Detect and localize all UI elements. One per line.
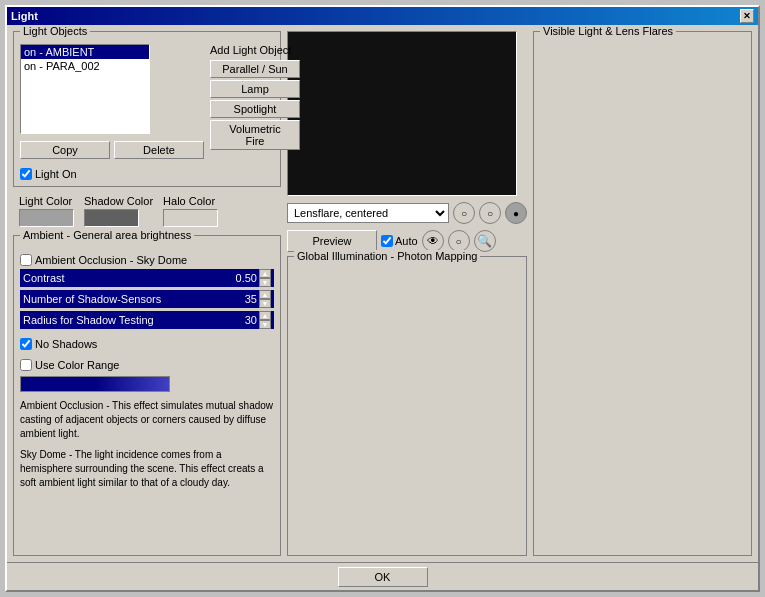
ambient-title: Ambient - General area brightness <box>20 229 194 241</box>
description1: Ambient Occlusion - This effect simulate… <box>20 399 274 441</box>
main-content: Light Objects on - AMBIENT on - PARA_002… <box>7 25 758 562</box>
global-illumination-title: Global Illumination - Photon Mapping <box>294 250 480 262</box>
radius-down[interactable]: ▼ <box>259 320 271 329</box>
window-title: Light <box>11 10 38 22</box>
use-color-range-row: Use Color Range <box>20 359 274 371</box>
radius-shadow-value: 30 <box>222 314 257 326</box>
bottom-bar: OK <box>7 562 758 590</box>
ambient-occlusion-checkbox[interactable] <box>20 254 32 266</box>
halo-color-item: Halo Color <box>163 195 218 227</box>
light-on-checkbox[interactable] <box>20 168 32 180</box>
right-panel: Visible Light & Lens Flares <box>533 31 752 556</box>
color-section: Light Color Shadow Color Halo Color <box>13 191 281 231</box>
shadow-sensors-down[interactable]: ▼ <box>259 299 271 308</box>
color-bar-row <box>20 376 274 392</box>
visible-light-title: Visible Light & Lens Flares <box>540 25 676 37</box>
no-shadows-row: No Shadows <box>20 338 274 350</box>
description2: Sky Dome - The light incidence comes fro… <box>20 448 274 490</box>
light-on-label: Light On <box>35 168 77 180</box>
light-color-label: Light Color <box>19 195 74 207</box>
shadow-sensors-value: 35 <box>222 293 257 305</box>
light-color-swatch[interactable] <box>19 209 74 227</box>
contrast-spinner[interactable]: ▲ ▼ <box>259 269 271 287</box>
no-shadows-label: No Shadows <box>35 338 97 350</box>
lens-flare-dropdown[interactable]: Lensflare, centered <box>287 203 449 223</box>
bottom-controls: Preview Auto 👁 ○ 🔍 <box>287 230 527 252</box>
lens-btn-2[interactable]: ○ <box>479 202 501 224</box>
lens-controls: Lensflare, centered ○ ○ ● <box>287 200 527 226</box>
radius-shadow-row: Radius for Shadow Testing 30 ▲ ▼ <box>20 311 274 329</box>
shadow-sensors-row: Number of Shadow-Sensors 35 ▲ ▼ <box>20 290 274 308</box>
lens-btn-1[interactable]: ○ <box>453 202 475 224</box>
light-objects-list-container: on - AMBIENT on - PARA_002 Copy Delete L… <box>20 44 204 180</box>
shadow-color-swatch[interactable] <box>84 209 139 227</box>
light-objects-listbox[interactable]: on - AMBIENT on - PARA_002 <box>20 44 150 134</box>
preview-box <box>287 31 517 196</box>
auto-checkbox[interactable] <box>381 235 393 247</box>
use-color-range-label: Use Color Range <box>35 359 119 371</box>
auto-label: Auto <box>395 235 418 247</box>
contrast-up[interactable]: ▲ <box>259 269 271 278</box>
magnify-btn[interactable]: 🔍 <box>474 230 496 252</box>
light-color-item: Light Color <box>19 195 74 227</box>
radius-shadow-label: Radius for Shadow Testing <box>23 314 222 326</box>
shadow-color-label: Shadow Color <box>84 195 153 207</box>
ambient-occlusion-label: Ambient Occlusion - Sky Dome <box>35 254 187 266</box>
add-light-buttons: Add Light Object Parallel / Sun Lamp Spo… <box>210 44 300 180</box>
add-light-label: Add Light Object <box>210 44 300 56</box>
delete-button[interactable]: Delete <box>114 141 204 159</box>
preview-button[interactable]: Preview <box>287 230 377 252</box>
eye-btn-1[interactable]: 👁 <box>422 230 444 252</box>
ambient-content: Ambient Occlusion - Sky Dome Contrast 0.… <box>20 248 274 490</box>
color-bar[interactable] <box>20 376 170 392</box>
main-window: Light ✕ Light Objects on - AMBIENT on - … <box>5 5 760 592</box>
list-item[interactable]: on - AMBIENT <box>21 45 149 59</box>
eye-btn-2[interactable]: ○ <box>448 230 470 252</box>
contrast-label: Contrast <box>23 272 222 284</box>
auto-checkbox-row: Auto <box>381 235 418 247</box>
shadow-sensors-up[interactable]: ▲ <box>259 290 271 299</box>
radius-up[interactable]: ▲ <box>259 311 271 320</box>
ambient-group: Ambient - General area brightness Ambien… <box>13 235 281 556</box>
light-on-row: Light On <box>20 168 204 180</box>
contrast-row: Contrast 0.50 ▲ ▼ <box>20 269 274 287</box>
light-objects-group: Light Objects on - AMBIENT on - PARA_002… <box>13 31 281 187</box>
list-item[interactable]: on - PARA_002 <box>21 59 149 73</box>
halo-color-swatch[interactable] <box>163 209 218 227</box>
spotlight-button[interactable]: Spotlight <box>210 100 300 118</box>
ambient-occlusion-row: Ambient Occlusion - Sky Dome <box>20 254 274 266</box>
use-color-range-checkbox[interactable] <box>20 359 32 371</box>
shadow-color-item: Shadow Color <box>84 195 153 227</box>
halo-color-label: Halo Color <box>163 195 218 207</box>
volumetric-fire-button[interactable]: Volumetric Fire <box>210 120 300 150</box>
middle-panel: Lensflare, centered ○ ○ ● Preview Auto 👁… <box>287 31 527 556</box>
lamp-button[interactable]: Lamp <box>210 80 300 98</box>
contrast-value: 0.50 <box>222 272 257 284</box>
ok-button[interactable]: OK <box>338 567 428 587</box>
global-illumination-group: Global Illumination - Photon Mapping <box>287 256 527 556</box>
copy-delete-row: Copy Delete <box>20 141 204 159</box>
light-objects-title: Light Objects <box>20 25 90 37</box>
contrast-down[interactable]: ▼ <box>259 278 271 287</box>
parallel-sun-button[interactable]: Parallel / Sun <box>210 60 300 78</box>
radius-shadow-spinner[interactable]: ▲ ▼ <box>259 311 271 329</box>
shadow-sensors-label: Number of Shadow-Sensors <box>23 293 222 305</box>
no-shadows-checkbox[interactable] <box>20 338 32 350</box>
copy-button[interactable]: Copy <box>20 141 110 159</box>
close-button[interactable]: ✕ <box>740 9 754 23</box>
visible-light-group: Visible Light & Lens Flares <box>533 31 752 556</box>
shadow-sensors-spinner[interactable]: ▲ ▼ <box>259 290 271 308</box>
lens-btn-3[interactable]: ● <box>505 202 527 224</box>
left-panel: Light Objects on - AMBIENT on - PARA_002… <box>13 31 281 556</box>
title-bar: Light ✕ <box>7 7 758 25</box>
light-objects-content: on - AMBIENT on - PARA_002 Copy Delete L… <box>20 44 274 180</box>
